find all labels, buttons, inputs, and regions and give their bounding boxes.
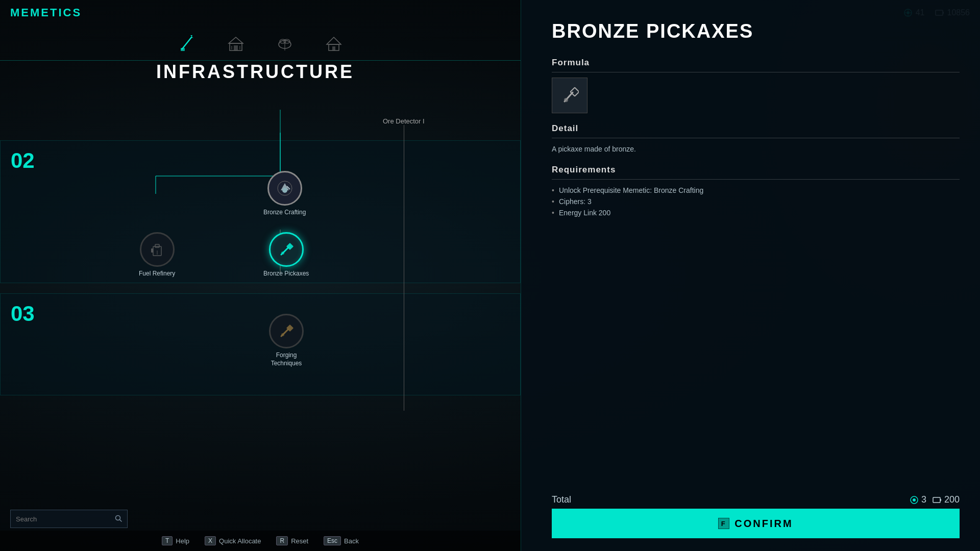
key-x: X (205, 536, 216, 545)
item-title: BRONZE PICKAXES (552, 20, 960, 42)
svg-point-30 (282, 188, 287, 193)
requirements-section: Requirements Unlock Prerequisite Memetic… (552, 165, 960, 218)
shortcut-back: Esc Back (324, 536, 359, 545)
tech-tree: 02 03 Ore Detector I Bronze C (0, 28, 521, 551)
total-ciphers: 3 (910, 494, 926, 505)
node-bronze-pickaxes-circle (269, 232, 304, 267)
tier-03-number: 03 (11, 302, 35, 326)
app-title: MEMETICS (10, 6, 82, 19)
total-row: Total 3 200 (552, 494, 960, 505)
formula-section: Formula (552, 58, 960, 113)
detail-section: Detail A pickaxe made of bronze. (552, 123, 960, 155)
section-title: INFRASTRUCTURE (26, 61, 485, 83)
node-fuel-refinery-circle (140, 232, 175, 267)
shortcut-reset: R Reset (276, 536, 308, 545)
svg-rect-9 (181, 48, 185, 51)
svg-rect-46 (940, 499, 941, 501)
requirements-list: Unlock Prerequisite Memetic: Bronze Craf… (552, 185, 960, 218)
total-label: Total (552, 494, 571, 505)
node-fuel-refinery[interactable]: Fuel Refinery (139, 232, 175, 278)
node-bronze-crafting-circle (267, 171, 302, 206)
svg-marker-20 (327, 37, 341, 44)
node-forging-techniques-label: Forging Techniques (263, 352, 309, 367)
right-panel: BRONZE PICKAXES Formula Detail A pickaxe… (521, 0, 980, 551)
req-item-1: Ciphers: 3 (552, 196, 960, 207)
help-label: Help (176, 537, 189, 545)
ore-detector-label: Ore Detector I (383, 117, 425, 125)
back-label: Back (344, 537, 359, 545)
confirm-label: CONFIRM (734, 518, 793, 530)
ore-detector-line (404, 125, 404, 411)
total-energy-value: 200 (944, 494, 960, 505)
total-values: 3 200 (910, 494, 960, 505)
node-bronze-pickaxes-label: Bronze Pickaxes (263, 270, 309, 278)
tier-02-number: 02 (11, 148, 35, 173)
req-item-0: Unlock Prerequisite Memetic: Bronze Craf… (552, 185, 960, 196)
building-icon (227, 34, 245, 53)
node-forging-techniques[interactable]: Forging Techniques (263, 314, 309, 367)
node-fuel-refinery-label: Fuel Refinery (139, 270, 175, 278)
svg-rect-45 (933, 497, 940, 503)
tier-03-section: 03 (0, 293, 521, 395)
detail-title: Detail (552, 123, 960, 138)
weapon-icon (178, 34, 196, 53)
formula-title: Formula (552, 58, 960, 72)
svg-rect-22 (332, 46, 335, 51)
category-bar (0, 26, 521, 61)
node-forging-techniques-circle (269, 314, 304, 348)
confirm-key: F (718, 518, 729, 529)
search-icon (115, 515, 122, 523)
svg-rect-13 (234, 45, 238, 51)
svg-marker-12 (229, 37, 243, 43)
reset-label: Reset (291, 537, 308, 545)
requirements-title: Requirements (552, 165, 960, 180)
search-input[interactable] (16, 515, 111, 523)
detail-text: A pickaxe made of bronze. (552, 143, 960, 155)
svg-line-8 (182, 37, 192, 49)
total-cipher-value: 3 (921, 494, 926, 505)
svg-line-40 (120, 519, 122, 521)
category-building[interactable] (227, 34, 245, 53)
req-item-2: Energy Link 200 (552, 207, 960, 218)
category-home[interactable] (325, 34, 343, 53)
svg-rect-32 (155, 244, 159, 247)
key-r: R (276, 536, 288, 545)
formula-icon-box (552, 78, 587, 113)
node-bronze-pickaxes[interactable]: Bronze Pickaxes (263, 232, 309, 278)
category-weapon[interactable] (178, 34, 196, 53)
shortcut-allocate: X Quick Allocate (205, 536, 261, 545)
confirm-button[interactable]: F CONFIRM (552, 509, 960, 538)
key-esc: Esc (324, 536, 341, 545)
svg-point-42 (564, 98, 568, 102)
shortcut-help: T Help (162, 536, 189, 545)
svg-rect-33 (151, 248, 153, 253)
svg-point-44 (913, 498, 916, 502)
svg-rect-41 (571, 88, 579, 96)
gather-icon (276, 34, 294, 53)
total-energy: 200 (933, 494, 960, 505)
svg-point-38 (281, 333, 284, 336)
key-t: T (162, 536, 173, 545)
category-gather[interactable] (276, 34, 294, 53)
allocate-label: Quick Allocate (219, 537, 261, 545)
bottom-bar: T Help X Quick Allocate R Reset Esc Back (0, 531, 521, 551)
tier-02-section: 02 (0, 140, 521, 283)
home-icon (325, 34, 343, 53)
node-bronze-crafting[interactable]: Bronze Crafting (263, 171, 306, 217)
svg-point-36 (281, 252, 284, 255)
search-bar (10, 510, 128, 528)
node-bronze-crafting-label: Bronze Crafting (263, 209, 306, 217)
